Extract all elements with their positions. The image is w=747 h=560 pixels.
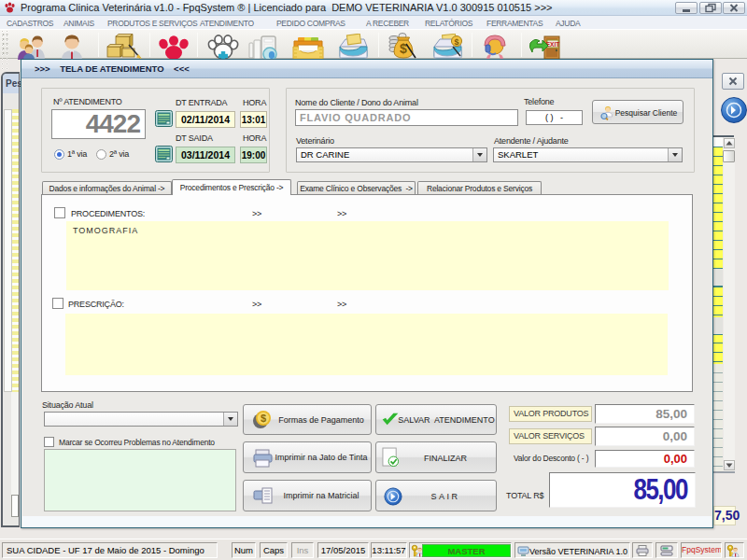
svg-text:$: $ <box>400 41 407 56</box>
svg-text:$: $ <box>454 37 458 47</box>
